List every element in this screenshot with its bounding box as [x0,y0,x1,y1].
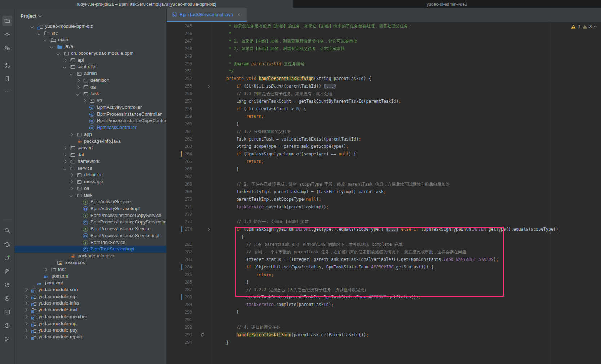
chevron-down-icon[interactable] [76,92,79,96]
tree-item-pom-xml[interactable]: mpom.xml [15,273,166,280]
tree-item-bpmprocessinstancecopyserviceimpl[interactable]: CBpmProcessInstanceCopyServiceImpl [15,219,166,226]
tree-item-framework[interactable]: framework [15,158,166,165]
tree-item-yudao-module-report[interactable]: yudao-module-report [15,334,166,341]
tree-item-main[interactable]: main [15,36,166,43]
tree-item-definition[interactable]: definition [15,172,166,178]
recursive-call-icon[interactable] [200,333,205,337]
tree-item-bpmprocessinstanceserviceimpl[interactable]: CBpmProcessInstanceServiceImpl [15,232,166,239]
tree-item-vo[interactable]: vo [15,97,166,104]
tree-item-yudao-module-erp[interactable]: yudao-module-erp [15,293,166,300]
tree-item-oa[interactable]: oa [15,185,166,192]
chevron-right-icon[interactable] [24,302,27,305]
chevron-right-icon[interactable] [70,173,73,177]
tree-item-bpmprocessinstancecopyservice[interactable]: IBpmProcessInstanceCopyService [15,212,166,219]
tree-item-yudao-module-pay[interactable]: yudao-module-pay [15,327,166,334]
tree-item-resources[interactable]: resources [15,259,166,266]
chevron-down-icon[interactable] [44,38,47,41]
chevron-down-icon[interactable] [70,72,73,75]
tree-item-yudao-module-bpm-biz[interactable]: yudao-module-bpm-biz [15,23,166,30]
tree-item-test[interactable]: test [15,266,166,273]
tree-item-java[interactable]: java [15,43,166,50]
project-folder-icon[interactable] [2,16,12,26]
close-icon[interactable]: × [238,12,240,17]
tree-item-bpmprocessinstanceservice[interactable]: IBpmProcessInstanceService [15,226,166,232]
services-icon[interactable] [2,293,12,303]
tree-item-definition[interactable]: definition [15,77,166,84]
chevron-right-icon[interactable] [24,295,27,298]
tree-item-admin[interactable]: admin [15,70,166,77]
chevron-down-icon[interactable] [50,45,53,48]
commit-icon[interactable] [2,29,12,39]
tree-item-message[interactable]: message [15,178,166,185]
chevron-right-icon[interactable] [63,58,66,62]
terminal-icon[interactable] [2,307,12,317]
search-icon[interactable] [2,226,12,236]
tree-item-bpmtaskserviceimpl[interactable]: CBpmTaskServiceImpl [15,246,166,253]
bookmarks-icon[interactable] [2,74,12,84]
problems-icon[interactable] [2,320,12,330]
project-tool-window-header[interactable]: Project [21,12,41,20]
tree-item-bpmtaskservice[interactable]: IBpmTaskService [15,239,166,246]
chevron-down-icon[interactable] [63,65,66,68]
tree-item-dal[interactable]: dal [15,151,166,158]
tree-item-bpmprocessinstancecontroller[interactable]: CBpmProcessInstanceController [15,111,166,118]
chevron-right-icon[interactable] [70,133,73,136]
tree-item-bpmactivityserviceimpl[interactable]: CBpmActivityServiceImpl [15,205,166,212]
chevron-right-icon[interactable] [24,315,27,318]
chevron-right-icon[interactable] [24,336,27,339]
debug-icon[interactable] [2,253,12,263]
tree-item-api[interactable]: api [15,57,166,64]
chevron-down-icon[interactable] [37,31,40,35]
tree-item-yudao-module-member[interactable]: yudao-module-member [15,314,166,320]
tab-label: BpmTaskServiceImpl.java [180,12,233,17]
chevron-right-icon[interactable] [70,187,73,190]
tree-item-app[interactable]: app [15,131,166,138]
tree-item-yudao-module-mp[interactable]: yudao-module-mp [15,320,166,327]
chevron-down-icon[interactable] [70,194,73,197]
chevron-right-icon[interactable] [76,85,79,89]
chevron-right-icon[interactable] [63,153,66,156]
tree-item-yudao-module-infra[interactable]: yudao-module-infra [15,300,166,307]
chevron-right-icon[interactable] [63,146,66,150]
chevron-down-icon[interactable] [63,167,66,170]
tree-item-package-info-java[interactable]: package-info.java [15,138,166,145]
profiler-icon[interactable] [2,280,12,290]
tree-item-task[interactable]: task [15,192,166,199]
tree-item-pom-xml[interactable]: mpom.xml [15,280,166,287]
chevron-right-icon[interactable] [83,99,86,102]
tree-item-bpmtaskcontroller[interactable]: CBpmTaskController [15,124,166,131]
tree-item-yudao-module-mall[interactable]: yudao-module-mall [15,307,166,314]
tree-item-convert[interactable]: convert [15,145,166,151]
chevron-right-icon[interactable] [70,180,73,183]
more-icon[interactable] [2,87,12,97]
tree-item-package-info-java[interactable]: package-info.java [15,253,166,259]
tree-item-src[interactable]: src [15,30,166,37]
chevron-right-icon[interactable] [24,329,27,332]
editor-tab[interactable]: C BpmTaskServiceImpl.java × [167,8,247,22]
chevron-right-icon[interactable] [44,268,47,271]
chevron-right-icon[interactable] [24,308,27,312]
chevron-down-icon[interactable] [31,25,34,28]
tree-item-bpmactivitycontroller[interactable]: CBpmActivityController [15,104,166,111]
fold-arrow-icon[interactable] [207,85,210,88]
chevron-right-icon[interactable] [24,288,27,292]
git-branch-icon[interactable] [2,334,12,344]
tree-item-oa[interactable]: oa [15,84,166,91]
tree-item-task[interactable]: task [15,90,166,97]
fold-arrow-icon[interactable] [207,228,210,231]
structure-icon[interactable] [2,60,12,70]
build-icon[interactable] [2,266,12,276]
chevron-down-icon[interactable] [57,52,60,55]
chevron-right-icon[interactable] [76,79,79,82]
chevron-right-icon[interactable] [63,160,66,163]
tree-item-controller[interactable]: controller [15,63,166,70]
chevron-right-icon[interactable] [24,322,27,325]
box-arrows-icon[interactable] [2,239,12,249]
tree-item-bpmactivityservice[interactable]: IBpmActivityService [15,199,166,205]
tree-item-service[interactable]: service [15,165,166,172]
tree-item-yudao-module-crm[interactable]: yudao-module-crm [15,287,166,293]
tree-item-bpmprocessinstancecopycontroller[interactable]: CBpmProcessInstanceCopyController [15,117,166,124]
package-icon [83,84,89,90]
tree-item-cn-iocoder-yudao-module-bpm[interactable]: cn.iocoder.yudao.module.bpm [15,50,166,57]
background-window-title-bar[interactable]: yudao-ui-admin-vue3 [293,0,601,8]
